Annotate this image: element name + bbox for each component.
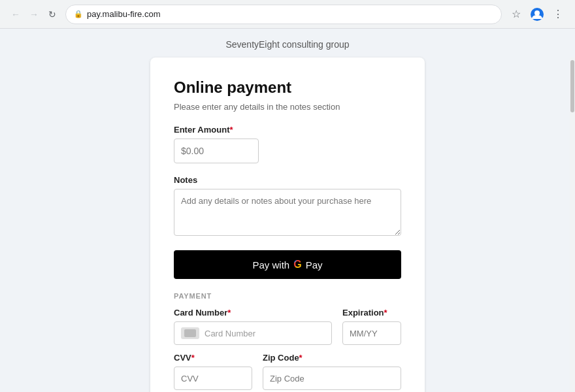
refresh-button[interactable]: ↻ <box>44 7 60 22</box>
zip-label: Zip Code* <box>263 353 401 363</box>
nav-buttons: ← → ↻ <box>8 7 60 22</box>
profile-button[interactable] <box>528 5 546 24</box>
amount-input[interactable] <box>174 139 259 163</box>
card-icon <box>181 327 199 339</box>
page-content: SeventyEight consulting group Online pay… <box>0 29 575 392</box>
url-text: pay.malibu-fire.com <box>87 9 160 19</box>
address-bar[interactable]: 🔒 pay.malibu-fire.com <box>65 5 502 24</box>
zip-required-marker: * <box>299 353 303 363</box>
gpay-pay-text: Pay <box>306 259 323 270</box>
scrollbar[interactable] <box>570 57 575 392</box>
expiration-input[interactable] <box>342 321 401 345</box>
payment-card: Online payment Please enter any details … <box>150 57 425 392</box>
cvv-row: CVV* Zip Code* <box>174 353 401 390</box>
amount-label: Enter Amount* <box>174 125 401 135</box>
browser-chrome: ← → ↻ 🔒 pay.malibu-fire.com ☆ ⋮ <box>0 0 575 29</box>
inner-content: SeventyEight consulting group Online pay… <box>3 29 572 392</box>
zip-input[interactable] <box>263 367 401 390</box>
lock-icon: 🔒 <box>74 10 83 18</box>
card-number-placeholder: Card Number <box>205 329 255 338</box>
card-subtitle: Please enter any details in the notes se… <box>174 102 401 112</box>
exp-required-marker: * <box>384 308 387 318</box>
card-icon-inner <box>184 329 196 337</box>
card-number-row: Card Number* Card Number Expi <box>174 308 401 345</box>
star-button[interactable]: ☆ <box>507 5 525 24</box>
svg-point-1 <box>534 10 540 16</box>
card-number-label: Card Number* <box>174 308 332 318</box>
card-number-field: Card Number* Card Number <box>174 308 332 345</box>
expiration-label: Expiration* <box>342 308 401 318</box>
card-required-marker: * <box>227 308 231 318</box>
menu-button[interactable]: ⋮ <box>549 5 567 24</box>
forward-button[interactable]: → <box>26 7 42 22</box>
expiration-field: Expiration* <box>342 308 401 345</box>
notes-section: Notes <box>174 175 401 238</box>
site-name: SeventyEight consulting group <box>225 39 349 50</box>
gpay-label-text: Pay with <box>252 259 289 270</box>
cvv-input[interactable] <box>174 367 252 390</box>
scrollbar-thumb <box>570 60 574 112</box>
page-title: Online payment <box>174 78 401 97</box>
gpay-button[interactable]: Pay with G Pay <box>174 250 401 279</box>
payment-section: PAYMENT Card Number* Card Number <box>174 292 401 390</box>
payment-section-label: PAYMENT <box>174 292 401 300</box>
gpay-g-icon: G <box>293 259 301 270</box>
back-button[interactable]: ← <box>8 7 24 22</box>
cvv-field: CVV* <box>174 353 252 390</box>
notes-label: Notes <box>174 175 401 185</box>
card-number-input[interactable]: Card Number <box>174 321 332 345</box>
cvv-required-marker: * <box>191 353 195 363</box>
notes-textarea[interactable] <box>174 189 401 236</box>
zip-field: Zip Code* <box>263 353 401 390</box>
amount-required-marker: * <box>229 125 233 135</box>
page-wrapper: SeventyEight consulting group Online pay… <box>0 29 575 392</box>
site-header: SeventyEight consulting group <box>225 29 349 55</box>
cvv-label: CVV* <box>174 353 252 363</box>
browser-actions: ☆ ⋮ <box>507 5 567 24</box>
